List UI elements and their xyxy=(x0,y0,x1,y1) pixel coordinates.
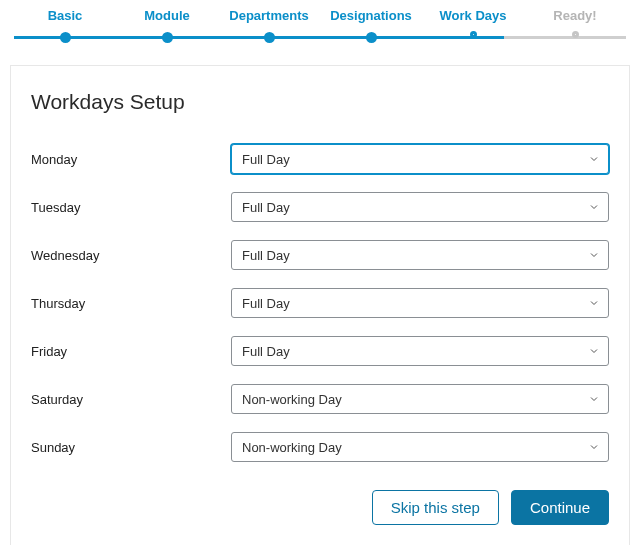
day-select-wrap: Full Day xyxy=(231,192,609,222)
day-label: Monday xyxy=(31,152,231,167)
day-select-wrap: Full Day xyxy=(231,336,609,366)
day-select[interactable]: Full Day xyxy=(231,288,609,318)
day-label: Tuesday xyxy=(31,200,231,215)
day-select-wrap: Full Day xyxy=(231,144,609,174)
day-select[interactable]: Full Day xyxy=(231,240,609,270)
day-select-wrap: Non-working Day xyxy=(231,432,609,462)
day-select-wrap: Non-working Day xyxy=(231,384,609,414)
step-dot xyxy=(366,32,377,43)
day-select-wrap: Full Day xyxy=(231,240,609,270)
step-dot xyxy=(470,31,477,38)
day-row: WednesdayFull Day xyxy=(31,240,609,270)
day-label: Wednesday xyxy=(31,248,231,263)
day-label: Thursday xyxy=(31,296,231,311)
day-row: MondayFull Day xyxy=(31,144,609,174)
step-dot xyxy=(572,31,579,38)
continue-button[interactable]: Continue xyxy=(511,490,609,525)
day-row: TuesdayFull Day xyxy=(31,192,609,222)
day-select[interactable]: Non-working Day xyxy=(231,384,609,414)
step-work-days[interactable]: Work Days xyxy=(422,8,524,29)
day-row: SaturdayNon-working Day xyxy=(31,384,609,414)
days-list: MondayFull DayTuesdayFull DayWednesdayFu… xyxy=(31,144,609,462)
page-title: Workdays Setup xyxy=(31,90,609,114)
day-label: Friday xyxy=(31,344,231,359)
day-row: FridayFull Day xyxy=(31,336,609,366)
step-module[interactable]: Module xyxy=(116,8,218,29)
step-departments[interactable]: Departments xyxy=(218,8,320,29)
day-select[interactable]: Full Day xyxy=(231,144,609,174)
day-select[interactable]: Non-working Day xyxy=(231,432,609,462)
step-dot xyxy=(264,32,275,43)
skip-button[interactable]: Skip this step xyxy=(372,490,499,525)
day-row: SundayNon-working Day xyxy=(31,432,609,462)
step-dot xyxy=(162,32,173,43)
step-dot xyxy=(60,32,71,43)
footer-actions: Skip this step Continue xyxy=(31,490,609,525)
day-row: ThursdayFull Day xyxy=(31,288,609,318)
day-select[interactable]: Full Day xyxy=(231,192,609,222)
step-basic[interactable]: Basic xyxy=(14,8,116,29)
day-label: Sunday xyxy=(31,440,231,455)
day-select[interactable]: Full Day xyxy=(231,336,609,366)
day-label: Saturday xyxy=(31,392,231,407)
workdays-panel: Workdays Setup MondayFull DayTuesdayFull… xyxy=(10,65,630,545)
stepper: BasicModuleDepartmentsDesignationsWork D… xyxy=(0,0,640,43)
step-ready-[interactable]: Ready! xyxy=(524,8,626,29)
day-select-wrap: Full Day xyxy=(231,288,609,318)
step-designations[interactable]: Designations xyxy=(320,8,422,29)
